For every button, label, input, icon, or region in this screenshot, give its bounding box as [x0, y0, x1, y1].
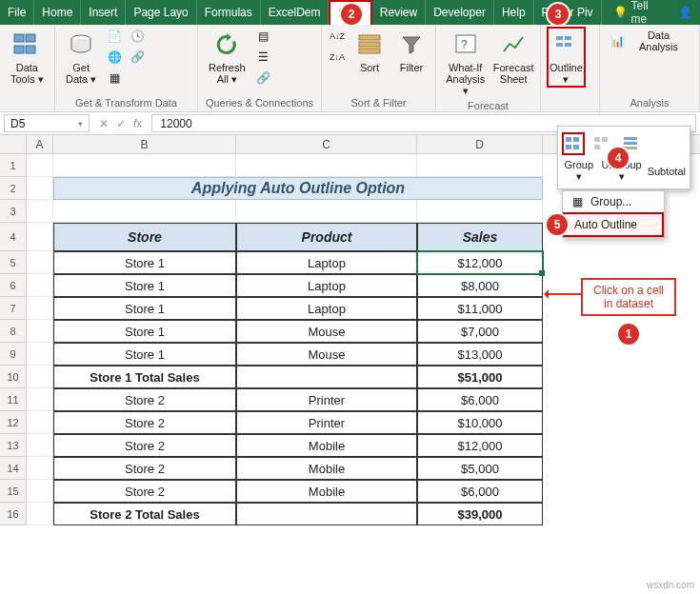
tab-review[interactable]: Review [372, 0, 426, 25]
cell[interactable] [27, 320, 53, 343]
data-analysis-button[interactable]: 📊 Data Analysis [606, 27, 693, 55]
cell[interactable] [27, 457, 53, 480]
menu-item-auto-outline[interactable]: Auto Outline [563, 212, 664, 237]
col-header-d[interactable]: D [417, 135, 543, 153]
row-header[interactable]: 13 [0, 434, 27, 457]
cell[interactable] [27, 343, 53, 366]
filter-button[interactable]: Filter [392, 27, 430, 76]
tab-formulas[interactable]: Formulas [197, 0, 261, 25]
cell[interactable] [27, 154, 53, 177]
cell[interactable] [236, 366, 417, 388]
queries-connections-icon[interactable]: ▤ [254, 27, 273, 46]
row-header[interactable]: 1 [0, 154, 27, 177]
cell[interactable]: Store 1 Total Sales [53, 366, 236, 388]
outline-button[interactable]: Outline▾ [547, 27, 586, 88]
tell-me-search[interactable]: 💡 Tell me [602, 0, 670, 25]
cell[interactable]: $13,000 [417, 343, 543, 366]
cell[interactable]: Store 1 [53, 274, 236, 297]
cell[interactable] [27, 177, 53, 200]
cell[interactable] [27, 434, 53, 457]
cell[interactable]: Store 2 [53, 480, 236, 503]
cell[interactable]: $51,000 [417, 366, 543, 388]
cell[interactable]: $12,000 [417, 434, 543, 457]
cell[interactable]: Store 2 [53, 388, 236, 411]
col-header-b[interactable]: B [53, 135, 236, 153]
existing-connections-icon[interactable]: 🔗 [128, 48, 147, 67]
col-header-c[interactable]: C [236, 135, 417, 153]
cell[interactable] [417, 154, 543, 177]
row-header[interactable]: 5 [0, 251, 27, 274]
cell[interactable] [417, 200, 543, 223]
col-header-a[interactable]: A [27, 135, 53, 153]
cell[interactable]: Store 1 [53, 320, 236, 343]
cell[interactable]: Store 2 [53, 434, 236, 457]
sort-button[interactable]: Sort [350, 27, 389, 76]
cell[interactable] [27, 366, 53, 388]
forecast-sheet-button[interactable]: ForecastSheet [492, 27, 534, 88]
tab-exceldemy[interactable]: ExcelDem [261, 0, 330, 25]
cell[interactable]: Printer [236, 388, 417, 411]
get-data-button[interactable]: GetData ▾ [61, 27, 101, 88]
row-header[interactable]: 6 [0, 274, 27, 297]
cell[interactable]: Store 2 [53, 411, 236, 434]
edit-links-icon[interactable]: 🔗 [254, 69, 273, 88]
cell[interactable] [236, 154, 417, 177]
cell[interactable]: $6,000 [417, 388, 543, 411]
what-if-button[interactable]: ? What-IfAnalysis ▾ [442, 27, 489, 99]
cell[interactable]: Laptop [236, 274, 417, 297]
row-header[interactable]: 9 [0, 343, 27, 366]
tab-home[interactable]: Home [34, 0, 81, 25]
title-banner[interactable]: Applying Auto Outline Option [53, 177, 543, 200]
refresh-all-button[interactable]: RefreshAll ▾ [204, 27, 250, 88]
name-box[interactable]: D5▾ [4, 114, 90, 132]
fx-icon[interactable]: fx [133, 117, 142, 130]
cell[interactable] [53, 154, 236, 177]
cell[interactable]: Sales [417, 223, 543, 251]
cell[interactable] [53, 200, 236, 223]
cell[interactable]: Store 1 [53, 251, 236, 274]
from-table-icon[interactable]: ▦ [105, 69, 124, 88]
row-header[interactable]: 10 [0, 366, 27, 388]
tab-page-layout[interactable]: Page Layo [126, 0, 196, 25]
tab-insert[interactable]: Insert [81, 0, 126, 25]
enter-formula-icon[interactable]: ✓ [116, 117, 126, 130]
cell[interactable]: $7,000 [417, 320, 543, 343]
cell[interactable]: Store 1 [53, 343, 236, 366]
cell[interactable] [236, 503, 417, 525]
row-header[interactable]: 4 [0, 223, 27, 251]
cell[interactable]: $6,000 [417, 480, 543, 503]
cell[interactable]: Product [236, 223, 417, 251]
cell[interactable]: $11,000 [417, 297, 543, 320]
cell[interactable] [27, 480, 53, 503]
cell[interactable] [27, 411, 53, 434]
cell[interactable] [27, 388, 53, 411]
row-header[interactable]: 11 [0, 388, 27, 411]
cell[interactable] [27, 251, 53, 274]
cell[interactable] [27, 223, 53, 251]
cell[interactable]: Store 2 Total Sales [53, 503, 236, 525]
row-header[interactable]: 14 [0, 457, 27, 480]
cell[interactable]: Store 2 [53, 457, 236, 480]
tab-file[interactable]: File [0, 0, 34, 25]
cell[interactable] [27, 274, 53, 297]
cell[interactable] [27, 297, 53, 320]
cell[interactable]: $8,000 [417, 274, 543, 297]
row-header[interactable]: 3 [0, 200, 27, 223]
sort-za-icon[interactable]: Z↓A [328, 48, 347, 67]
cell[interactable]: Mouse [236, 343, 417, 366]
cell[interactable]: Laptop [236, 297, 417, 320]
cell[interactable]: Mouse [236, 320, 417, 343]
tab-developer[interactable]: Developer [426, 0, 494, 25]
group-button[interactable] [562, 132, 585, 155]
row-header[interactable]: 2 [0, 177, 27, 200]
cell[interactable]: $39,000 [417, 503, 543, 525]
cell[interactable] [27, 503, 53, 525]
cell[interactable]: Mobile [236, 457, 417, 480]
row-header[interactable]: 7 [0, 297, 27, 320]
cell[interactable]: Printer [236, 411, 417, 434]
sort-az-icon[interactable]: A↓Z [328, 27, 347, 46]
account-icon[interactable]: 👤 [670, 0, 700, 25]
recent-sources-icon[interactable]: 🕓 [128, 27, 147, 46]
cell[interactable]: Store [53, 223, 236, 251]
row-header[interactable]: 16 [0, 503, 27, 525]
